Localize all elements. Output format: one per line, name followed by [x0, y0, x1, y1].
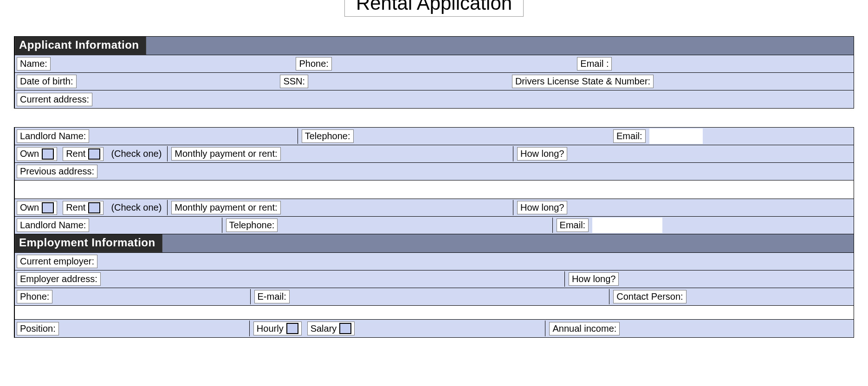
label-hourly: Hourly	[257, 323, 284, 334]
label-email: Email :	[577, 57, 612, 71]
label-rent: Rent	[66, 148, 85, 159]
label-monthly-prev: Monthly payment or rent:	[171, 201, 280, 214]
label-current-employer: Current employer:	[17, 255, 97, 268]
input-current-employer[interactable]	[101, 254, 854, 269]
checkbox-hourly[interactable]	[286, 323, 298, 334]
label-howlong-prev: How long?	[517, 201, 568, 214]
checkbox-own-current[interactable]	[42, 148, 54, 160]
input-landlord-name-prev[interactable]	[93, 218, 220, 233]
input-dob[interactable]	[80, 74, 277, 89]
input-landlord-email-prev[interactable]	[592, 218, 662, 233]
input-landlord-name[interactable]	[93, 129, 295, 144]
input-employer-phone[interactable]	[56, 289, 248, 304]
input-contact-person[interactable]	[690, 289, 854, 304]
input-landlord-telephone-prev[interactable]	[281, 218, 550, 233]
label-check-one-prev: (Check one)	[107, 200, 165, 215]
section-header-applicant: Applicant Information	[15, 37, 854, 55]
label-own-prev: Own	[20, 202, 39, 213]
label-name: Name:	[17, 57, 51, 71]
input-paytype-spacer[interactable]	[358, 321, 543, 336]
label-dl: Drivers License State & Number:	[512, 75, 654, 88]
label-salary: Salary	[311, 323, 337, 334]
label-landlord-telephone-prev: Telephone:	[226, 219, 278, 232]
label-landlord-email-prev: Email:	[557, 219, 589, 232]
label-monthly-current: Monthly payment or rent:	[171, 147, 280, 161]
input-previous-address[interactable]	[101, 164, 854, 179]
checkbox-rent-current[interactable]	[88, 148, 100, 160]
label-phone: Phone:	[296, 57, 331, 71]
input-landlord-email[interactable]	[649, 129, 703, 144]
input-monthly-current[interactable]	[285, 146, 511, 161]
label-howlong-current: How long?	[517, 147, 568, 161]
label-landlord-name: Landlord Name:	[17, 129, 89, 143]
label-check-one: (Check one)	[107, 146, 165, 161]
label-annual-income: Annual income:	[549, 322, 620, 335]
label-dob: Date of birth:	[17, 75, 77, 88]
label-employer-email: E-mail:	[254, 290, 290, 303]
section-residence-employment: Landlord Name: Telephone: Email: Own Ren…	[14, 127, 854, 338]
label-current-address: Current address:	[17, 93, 92, 106]
checkbox-own-previous[interactable]	[42, 202, 54, 213]
label-employer-address: Employer address:	[17, 272, 101, 286]
input-name[interactable]	[54, 56, 292, 71]
input-email[interactable]	[615, 56, 854, 71]
label-ssn: SSN:	[280, 75, 308, 88]
input-phone[interactable]	[336, 56, 574, 71]
label-own: Own	[20, 148, 39, 159]
label-landlord-email: Email:	[613, 129, 646, 143]
input-howlong-current[interactable]	[571, 146, 854, 161]
label-employer-howlong: How long?	[569, 272, 619, 286]
input-monthly-prev[interactable]	[285, 200, 511, 215]
section-title-employment: Employment Information	[15, 234, 162, 252]
input-dl[interactable]	[657, 74, 854, 89]
section-header-employment: Employment Information	[15, 234, 854, 253]
checkbox-rent-previous[interactable]	[88, 202, 100, 213]
label-rent-prev: Rent	[66, 202, 85, 213]
checkbox-salary[interactable]	[339, 323, 351, 334]
label-position: Position:	[17, 322, 59, 335]
input-annual-income[interactable]	[623, 321, 854, 336]
input-current-address[interactable]	[96, 91, 854, 107]
input-position[interactable]	[63, 321, 247, 336]
page-title: Rental Application	[344, 0, 524, 17]
label-employer-phone: Phone:	[17, 290, 52, 303]
input-landlord-telephone[interactable]	[357, 129, 609, 144]
input-howlong-prev[interactable]	[571, 200, 854, 215]
section-applicant: Applicant Information Name: Phone: Email…	[14, 36, 854, 109]
label-landlord-name-prev: Landlord Name:	[17, 219, 89, 232]
label-landlord-telephone: Telephone:	[302, 129, 354, 143]
input-employer-howlong[interactable]	[622, 271, 854, 287]
label-contact-person: Contact Person:	[613, 290, 686, 303]
input-employer-address[interactable]	[104, 271, 563, 287]
input-employer-email[interactable]	[293, 289, 607, 304]
label-previous-address: Previous address:	[17, 165, 97, 178]
section-title-applicant: Applicant Information	[15, 37, 146, 55]
input-ssn[interactable]	[312, 74, 508, 89]
